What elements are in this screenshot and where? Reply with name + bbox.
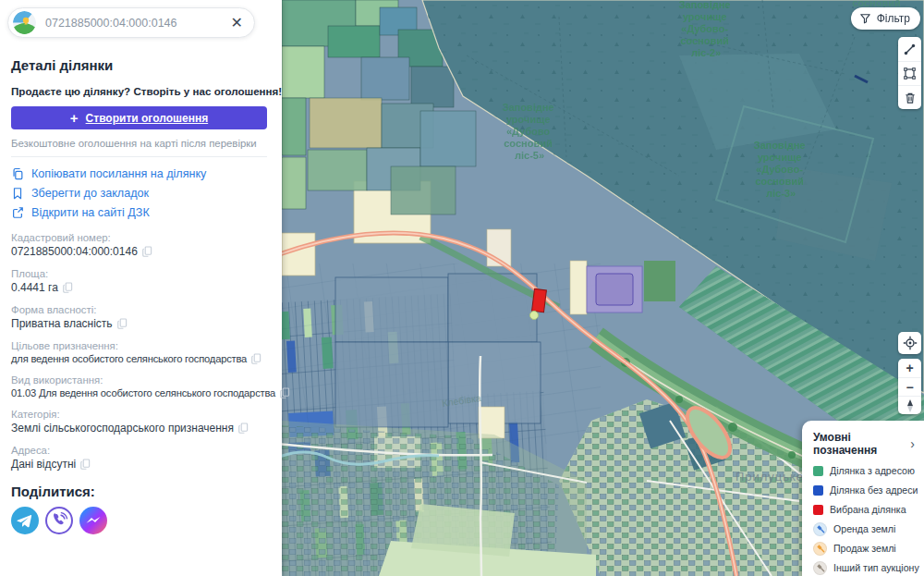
compass-needle-icon [905, 398, 916, 413]
map-container[interactable]: Заповідне урочище «Дубово- сосновий ліс-… [282, 0, 924, 576]
copy-parcel-link[interactable]: Копіювати посилання на ділянку [11, 164, 267, 183]
field-category: Категорія: Землі сільськогосподарського … [11, 409, 267, 435]
blue-swatch [813, 485, 823, 496]
zoom-panel: + − [898, 359, 921, 414]
promo-text: Продаєте цю ділянку? Створіть у нас огол… [11, 85, 267, 97]
other-gavel-icon [813, 561, 827, 575]
external-link-icon [11, 206, 24, 219]
compass-button[interactable] [898, 396, 921, 414]
legend-item-other-auction: Інший тип аукціону [813, 560, 918, 575]
copy-value-icon[interactable] [251, 353, 261, 364]
geolocate-button[interactable] [898, 332, 921, 354]
field-ownership: Форма власності: Приватна власність [11, 304, 267, 330]
telegram-share-button[interactable] [11, 507, 39, 534]
hint-text: Безкоштовне оголошення на карті після пе… [11, 138, 267, 157]
search-input[interactable] [43, 16, 229, 31]
copy-link-icon [11, 167, 24, 180]
close-icon[interactable]: ✕ [229, 16, 245, 31]
telegram-icon [11, 507, 39, 534]
field-cadastral-number: Кадастровий номер: 0721885000:04:000:014… [11, 232, 267, 258]
viber-share-button[interactable] [45, 507, 73, 534]
chevron-right-icon[interactable]: › [906, 437, 918, 450]
parcel-marker-dot[interactable] [530, 312, 539, 320]
draw-tools-panel [898, 37, 921, 109]
rent-gavel-icon [813, 522, 827, 536]
zoom-in-button[interactable]: + [898, 359, 921, 377]
share-title: Поділитися: [11, 484, 267, 499]
create-listing-button[interactable]: + Створити оголошення [11, 106, 267, 129]
copy-value-icon[interactable] [142, 246, 152, 257]
messenger-icon [79, 507, 107, 534]
red-swatch [813, 505, 823, 515]
legend-item-land-sale: Продаж землі [813, 541, 918, 556]
measure-distance-icon [903, 43, 917, 56]
clear-drawing-button[interactable] [898, 85, 921, 109]
filter-label: Фільтр [877, 12, 910, 25]
legend-title: Умовні позначення [813, 431, 906, 457]
copy-value-icon[interactable] [117, 318, 128, 329]
legend-panel: Умовні позначення › Ділянка з адресою Ді… [802, 421, 924, 576]
save-bookmark-link[interactable]: Зберегти до закладок [11, 183, 267, 202]
copy-value-icon[interactable] [80, 459, 91, 470]
field-usage-type: Вид використання: 01.03 Для ведення особ… [11, 374, 267, 398]
messenger-share-button[interactable] [79, 507, 107, 534]
copy-value-icon[interactable] [280, 387, 290, 398]
page-title: Деталі ділянки [11, 57, 267, 73]
legend-item-land-rent: Оренда землі [813, 521, 918, 536]
trash-icon [904, 92, 917, 104]
geolocate-icon [903, 336, 918, 350]
field-purpose: Цільове призначення: для ведення особист… [11, 340, 267, 364]
details-sidebar: ✕ Деталі ділянки Продаєте цю ділянку? Ст… [0, 0, 282, 576]
funnel-icon [859, 13, 871, 25]
copy-value-icon[interactable] [63, 282, 73, 293]
selected-parcel[interactable] [532, 288, 547, 312]
filter-button[interactable]: Фільтр [851, 7, 920, 30]
legend-item-parcel-no-address: Ділянка без адреси [813, 483, 918, 497]
app-logo-icon [13, 11, 36, 34]
viber-icon [45, 507, 73, 534]
copy-value-icon[interactable] [238, 423, 249, 434]
legend-item-selected-parcel: Вибрана ділянка [813, 502, 918, 517]
village-label: Прилуцьке [736, 470, 804, 484]
measure-area-button[interactable] [898, 61, 921, 85]
sale-gavel-icon [813, 542, 827, 556]
green-swatch [813, 466, 823, 476]
purple-zone [587, 266, 642, 313]
legend-item-parcel-with-address: Ділянка з адресою [813, 463, 918, 478]
measure-area-icon [903, 67, 917, 80]
field-address: Адреса: Дані відсутні [11, 445, 267, 471]
measure-distance-button[interactable] [898, 37, 921, 61]
field-area: Площа: 0.4441 га [11, 268, 267, 294]
zoom-out-button[interactable]: − [898, 377, 921, 396]
plus-icon: + [70, 111, 79, 125]
search-bar: ✕ [7, 7, 255, 38]
open-dzk-link[interactable]: Відкрити на сайті ДЗК [11, 202, 267, 222]
bookmark-icon [11, 187, 24, 200]
